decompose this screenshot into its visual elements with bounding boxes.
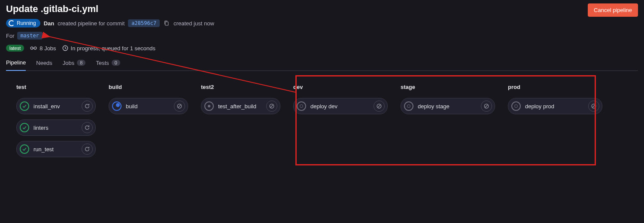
stage-name: prod	[508, 84, 602, 90]
job-name: deploy stage	[418, 103, 450, 110]
stage-name: stage	[401, 84, 495, 90]
created-pipeline-text: created pipeline for commit	[58, 20, 125, 27]
pipeline-graph: testinstall_envlintersrun_testbuildbuild…	[6, 71, 638, 162]
svg-line-8	[270, 105, 273, 107]
job-name: deploy dev	[310, 103, 337, 110]
job-pill[interactable]: test_after_build	[201, 98, 280, 114]
tab-needs[interactable]: Needs	[36, 59, 52, 70]
svg-rect-0	[165, 22, 168, 25]
stage-column: testinstall_envlintersrun_test	[16, 84, 96, 162]
spinner-icon	[9, 20, 15, 26]
retry-icon[interactable]	[82, 122, 93, 133]
tabs-bar: PipelineNeedsJobs8Tests0	[6, 59, 638, 71]
tab-label: Needs	[36, 60, 52, 66]
jobs-count: 8 Jobs	[39, 45, 56, 52]
retry-icon[interactable]	[82, 101, 93, 112]
running-status-icon	[112, 101, 122, 111]
cancel-icon[interactable]	[174, 101, 185, 112]
link-icon	[30, 46, 37, 50]
stage-column: devdeploy dev	[293, 84, 388, 162]
latest-badge: latest	[6, 45, 24, 52]
branch-row: For master	[6, 32, 638, 40]
stage-column: stagedeploy stage	[401, 84, 495, 162]
status-label: Running	[17, 20, 36, 26]
success-status-icon	[20, 101, 29, 111]
clock-icon	[62, 45, 68, 51]
job-name: build	[126, 103, 137, 110]
stage-column: test2test_after_build	[201, 84, 280, 162]
stage-column: buildbuild	[109, 84, 188, 162]
job-pill[interactable]: run_test	[16, 141, 96, 157]
tab-count: 8	[77, 60, 85, 66]
tab-pipeline[interactable]: Pipeline	[6, 59, 26, 71]
stage-name: build	[109, 84, 188, 90]
tab-count: 0	[112, 60, 120, 66]
status-badge-running[interactable]: Running	[6, 19, 40, 27]
pipeline-meta-row: Running Dan created pipeline for commit …	[6, 19, 638, 27]
cancel-icon[interactable]	[481, 101, 492, 112]
cancel-pipeline-button[interactable]: Cancel pipeline	[588, 3, 638, 17]
summary-row: latest 8 Jobs In progress, queued for 1 …	[6, 45, 638, 52]
job-name: test_after_build	[218, 103, 256, 110]
stage-name: test2	[201, 84, 280, 90]
tab-label: Jobs	[63, 60, 74, 66]
manual-status-icon	[404, 101, 413, 111]
commit-sha-link[interactable]: a28596c7	[128, 19, 160, 27]
job-pill[interactable]: linters	[16, 119, 96, 136]
retry-icon[interactable]	[82, 144, 93, 155]
job-name: install_env	[33, 103, 60, 110]
svg-line-10	[378, 105, 380, 107]
svg-point-1	[30, 47, 33, 49]
job-pill[interactable]: deploy dev	[293, 98, 388, 114]
manual-status-icon	[297, 101, 306, 111]
progress-text: In progress, queued for 1 seconds	[71, 45, 155, 52]
copy-icon[interactable]	[163, 20, 170, 27]
page-title: Update .gitlab-ci.yml	[6, 3, 638, 15]
tab-jobs[interactable]: Jobs8	[63, 59, 86, 70]
job-pill[interactable]: deploy prod	[508, 98, 602, 114]
cancel-icon[interactable]	[374, 101, 385, 112]
job-pill[interactable]: build	[109, 98, 188, 114]
job-name: run_test	[33, 146, 54, 153]
tab-label: Pipeline	[6, 59, 26, 66]
job-pill[interactable]: install_env	[16, 98, 96, 114]
created-status-icon	[204, 101, 214, 111]
cancel-icon[interactable]	[266, 101, 277, 112]
svg-line-6	[178, 105, 181, 107]
stage-column: proddeploy prod	[508, 84, 602, 162]
manual-status-icon	[511, 101, 521, 111]
svg-line-12	[485, 105, 488, 107]
branch-badge[interactable]: master	[17, 32, 43, 40]
job-name: deploy prod	[525, 103, 554, 110]
svg-line-14	[592, 105, 595, 107]
stage-name: test	[16, 84, 96, 90]
for-label: For	[6, 33, 15, 39]
success-status-icon	[20, 123, 29, 132]
cancel-icon[interactable]	[588, 101, 599, 112]
job-name: linters	[33, 125, 49, 131]
author-link[interactable]: Dan	[44, 20, 55, 27]
tab-label: Tests	[96, 60, 109, 66]
tab-tests[interactable]: Tests0	[96, 59, 120, 70]
stage-name: dev	[293, 84, 388, 90]
job-pill[interactable]: deploy stage	[401, 98, 495, 114]
success-status-icon	[20, 144, 29, 154]
created-time-text: created just now	[173, 20, 214, 27]
svg-point-2	[34, 47, 36, 49]
